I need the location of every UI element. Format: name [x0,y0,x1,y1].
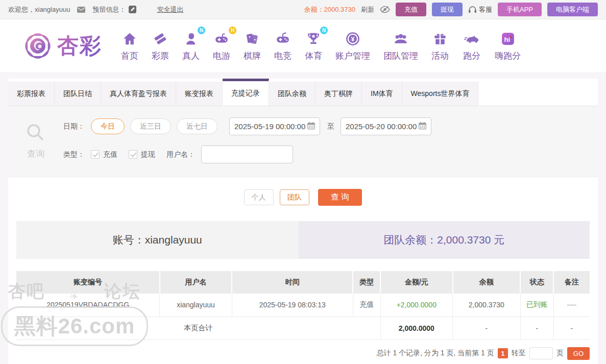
esports-gamepad-icon [275,31,291,48]
personal-button[interactable]: 个人 [244,189,274,205]
nav-label: 首页 [121,50,138,62]
reserved-info-label: 预留信息： [92,5,126,14]
cell-status: 已到账 [520,294,553,317]
tab-team-daily[interactable]: 团队日结 [55,82,101,106]
search-section: 查询 [8,117,63,163]
withdraw-checkbox[interactable]: 提现 [129,150,155,159]
tab-live-sports-pl[interactable]: 真人体育盈亏报表 [101,82,176,106]
cards-icon [245,31,260,48]
nav-label: 真人 [182,50,200,62]
col-header-amount: 金额/元 [380,271,452,294]
topbar: 欢迎您，xianglayuuu 预留信息： 安全退出 余额：2000.3730 … [0,0,606,19]
envelope-icon[interactable] [77,7,85,13]
tab-account-changes[interactable]: 账变报表 [176,82,223,106]
go-button[interactable]: GO [567,347,590,360]
query-button[interactable]: 查 询 [318,189,362,206]
tab-aoding-cards[interactable]: 奥丁棋牌 [316,82,362,106]
nav-label: 活动 [431,50,449,62]
nav-item-home[interactable]: 首页 [121,30,138,62]
pagination: 总计 1 个记录, 分为 1 页, 当前第 1 页 1 转至 页 GO [8,340,598,364]
eye-off-icon[interactable] [380,6,390,13]
gamepad-icon [213,31,230,48]
account-summary: 账号：xianglayuuu [16,221,299,259]
nav-label: 电竞 [274,50,292,62]
nav-label: 电游 [213,50,230,62]
nav-label: 彩票 [152,50,169,62]
nav-label: 棋牌 [244,50,261,62]
tab-wesports[interactable]: Wesports世界体育 [402,82,479,106]
username-input[interactable] [201,145,293,163]
current-page-button[interactable]: 1 [498,348,508,358]
gift-icon [432,31,448,48]
calendar-icon [307,122,315,131]
deposit-button[interactable]: 充值 [396,3,426,16]
main-nav: 首页 彩票 N 真人 H 电游 棋牌 电竞 N 体育 ¥ 账户管理 [114,30,527,62]
col-header-change-id: 账变编号 [16,271,160,294]
main-area: 彩票报表 团队日结 真人体育盈亏报表 账变报表 充提记录 团队余额 奥丁棋牌 I… [0,72,606,364]
team-balance-summary: 团队余额：2,000.3730 元 [299,221,590,259]
range-3days-pill[interactable]: 近三日 [130,118,171,134]
site-logo[interactable]: 杏彩 [21,30,102,62]
edit-icon[interactable] [129,6,136,13]
balance-value: 2000.3730 [324,6,355,13]
cell-change-id: 20250519VBDADACDGG [16,294,160,317]
balance-label: 余额：2000.3730 [304,5,355,14]
type-label: 类型： [63,150,85,159]
welcome-text: 欢迎您，xianglayuuu [8,5,70,14]
total-note: - [553,317,590,339]
nav-item-cards[interactable]: 棋牌 [244,30,261,62]
mobile-app-button[interactable]: 手机APP [498,3,542,16]
page-unit-label: 页 [556,349,564,358]
nav-item-lottery[interactable]: 彩票 [152,30,169,62]
cell-balance: 2,000.3730 [453,294,521,317]
nav-item-paofen[interactable]: 跑分 [462,30,481,62]
nav-item-live[interactable]: N 真人 [182,30,200,62]
tab-deposit-withdraw-records[interactable]: 充提记录 [223,79,269,106]
col-header-status: 状态 [520,271,553,294]
nav-item-promo[interactable]: 活动 [431,30,449,62]
live-person-icon [183,31,199,48]
cell-amount: +2,000.0000 [380,294,452,317]
search-icon [25,122,47,146]
date-to-input[interactable]: 2025-05-20 00:00:00 [341,117,431,135]
nav-item-account[interactable]: ¥ 账户管理 [335,30,370,62]
range-today-pill[interactable]: 今日 [91,118,125,134]
total-status: - [520,317,553,339]
logo-flower-icon [21,30,54,62]
nav-label: 团队管理 [383,50,418,62]
pc-client-button[interactable]: 电脑客户端 [547,3,598,16]
table-header-row: 账变编号 用户名 时间 类型 金额/元 余额 状态 备注 [16,271,590,294]
logout-link[interactable]: 安全退出 [157,5,183,14]
withdraw-button[interactable]: 提现 [432,3,463,16]
date-to-value: 2025-05-20 00:00:00 [346,122,417,131]
nav-badge: H [229,27,236,34]
date-from-value: 2025-05-19 00:00:00 [234,122,305,131]
nav-item-sports[interactable]: N 体育 [305,30,322,62]
site-header: 杏彩 首页 彩票 N 真人 H 电游 棋牌 电竞 N 体育 [0,19,606,72]
deposit-checkbox[interactable]: 充值 [91,150,117,159]
nav-item-egames[interactable]: H 电游 [213,30,230,62]
nav-item-hipaofen[interactable]: hi 嗨跑分 [495,30,521,62]
report-tabbar: 彩票报表 团队日结 真人体育盈亏报表 账变报表 充提记录 团队余额 奥丁棋牌 I… [8,79,598,106]
goto-label: 转至 [512,349,526,358]
goto-page-input[interactable] [529,347,553,359]
tab-im-sports[interactable]: IM体育 [362,82,402,106]
nav-item-team[interactable]: 团队管理 [383,30,418,62]
pagination-summary: 总计 1 个记录, 分为 1 页, 当前第 1 页 [377,349,494,358]
to-label: 至 [327,122,334,131]
total-label: 本页合计 [16,317,380,339]
nav-item-esports[interactable]: 电竞 [274,30,292,62]
team-button[interactable]: 团队 [280,189,309,205]
cell-type: 充值 [353,294,380,317]
table-row: 20250519VBDADACDGG xianglayuuu 2025-05-1… [16,294,590,317]
tab-team-balance[interactable]: 团队余额 [269,82,316,106]
tab-lottery-report[interactable]: 彩票报表 [8,82,55,106]
date-from-input[interactable]: 2025-05-19 00:00:00 [229,117,320,135]
withdraw-checkbox-label: 提现 [141,150,155,159]
refresh-button[interactable]: 刷新 [361,5,374,14]
cell-username: xianglayuuu [160,294,232,317]
username-label: 用户名： [166,150,195,159]
cell-note: ---- [553,294,590,317]
range-7days-pill[interactable]: 近七日 [177,118,217,134]
customer-service-link[interactable]: 客服 [468,5,492,14]
